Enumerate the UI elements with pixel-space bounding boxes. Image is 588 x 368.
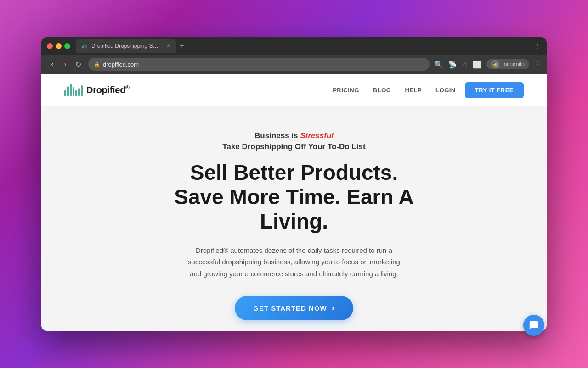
tab-close-icon[interactable]: ✕	[166, 43, 170, 49]
reload-button[interactable]: ↻	[73, 59, 84, 70]
nav-links: PRICING BLOG HELP LOGIN	[333, 87, 456, 94]
logo-bar-1	[64, 90, 66, 96]
site-nav: Dropified® PRICING BLOG HELP LOGIN TRY I…	[41, 74, 547, 106]
forward-button[interactable]: ›	[60, 59, 71, 70]
svg-rect-0	[82, 46, 83, 48]
nav-buttons: ‹ › ↻	[47, 59, 84, 70]
browser-window: Dropified Dropshipping Softw... ✕ + ⋮ ‹ …	[41, 37, 547, 331]
address-bar: ‹ › ↻ 🔒 dropified.com 🔍 📡 ☆ ⬜ 🕵 Incognit…	[41, 55, 547, 74]
menu-icon[interactable]: ⋮	[534, 60, 541, 69]
hero-subtitle: Take Dropshipping Off Your To-Do List	[222, 142, 365, 151]
nav-link-blog[interactable]: BLOG	[373, 87, 391, 94]
title-bar: Dropified Dropshipping Softw... ✕ + ⋮	[41, 37, 547, 55]
site-logo[interactable]: Dropified®	[64, 84, 130, 96]
svg-rect-2	[85, 44, 85, 49]
bookmark-icon[interactable]: ☆	[462, 60, 468, 69]
logo-bar-2	[67, 86, 69, 96]
logo-bar-3	[70, 84, 72, 96]
close-traffic-light[interactable]	[47, 43, 53, 49]
nav-link-pricing[interactable]: PRICING	[333, 87, 359, 94]
minimize-traffic-light[interactable]	[56, 43, 62, 49]
traffic-lights	[47, 43, 70, 49]
active-tab[interactable]: Dropified Dropshipping Softw... ✕	[76, 39, 176, 53]
website-content: Dropified® PRICING BLOG HELP LOGIN TRY I…	[41, 74, 547, 331]
address-bar-right: 🔍 📡 ☆ ⬜ 🕵 Incognito ⋮	[434, 59, 541, 69]
logo-bars-icon	[64, 84, 83, 96]
hero-section: Business is Stressful Take Dropshipping …	[41, 106, 547, 331]
stressful-text: Stressful	[300, 131, 334, 140]
chat-icon	[529, 320, 539, 330]
search-icon[interactable]: 🔍	[434, 60, 443, 69]
lock-icon: 🔒	[94, 61, 100, 67]
cta-label: GET STARTED NOW	[253, 304, 327, 312]
url-bar[interactable]: 🔒 dropified.com	[88, 58, 430, 71]
incognito-badge[interactable]: 🕵 Incognito	[486, 59, 529, 69]
logo-bar-6	[78, 88, 80, 96]
more-options-icon[interactable]: ⋮	[535, 42, 541, 50]
back-button[interactable]: ‹	[47, 59, 58, 70]
tab-title: Dropified Dropshipping Softw...	[91, 43, 160, 49]
hero-tagline: Business is Stressful	[254, 131, 334, 140]
svg-rect-1	[83, 45, 84, 48]
cast-icon[interactable]: 📡	[448, 60, 457, 69]
incognito-label: Incognito	[502, 61, 525, 67]
maximize-traffic-light[interactable]	[64, 43, 70, 49]
window-controls: ⋮	[535, 42, 541, 50]
svg-rect-3	[86, 45, 87, 48]
logo-text: Dropified®	[86, 84, 130, 95]
tab-bar: Dropified Dropshipping Softw... ✕ +	[76, 39, 535, 53]
extension-icon[interactable]: ⬜	[473, 60, 482, 69]
url-display: dropified.com	[103, 61, 139, 68]
try-it-free-button[interactable]: TRY IT FREE	[465, 82, 524, 98]
tab-favicon	[81, 43, 88, 49]
logo-bar-7	[81, 85, 83, 96]
logo-bar-4	[73, 87, 74, 96]
hero-description: Dropified® automates dozens of the daily…	[184, 245, 404, 280]
hero-title: Sell Better Products. Save More Time. Ea…	[165, 161, 423, 234]
nav-link-help[interactable]: HELP	[405, 87, 422, 94]
cta-button[interactable]: GET STARTED NOW ›	[235, 296, 353, 320]
cta-arrow-icon: ›	[332, 303, 335, 313]
logo-bar-5	[75, 90, 77, 96]
chat-button[interactable]	[523, 315, 544, 336]
incognito-icon: 🕵	[491, 60, 499, 68]
new-tab-button[interactable]: +	[176, 39, 188, 53]
nav-link-login[interactable]: LOGIN	[435, 87, 456, 94]
